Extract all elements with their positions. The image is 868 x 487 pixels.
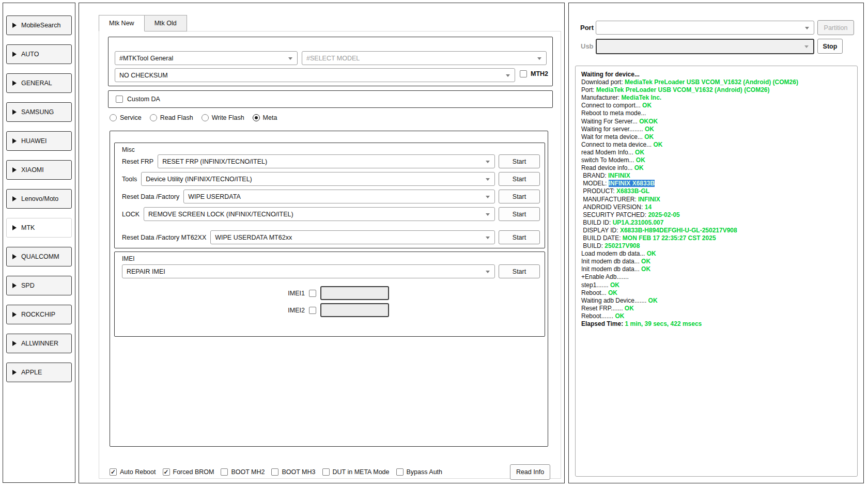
start-button[interactable]: Start bbox=[499, 190, 540, 203]
log-segment: UP1A.231005.007 bbox=[613, 219, 664, 226]
sidebar-item-label: QUALCOMM bbox=[21, 253, 59, 260]
log-line: MODEL: INFINIX X6833B bbox=[581, 180, 851, 187]
option-label: DUT in META Mode bbox=[333, 468, 390, 476]
sidebar-item-qualcomm[interactable]: QUALCOMM bbox=[6, 247, 72, 266]
stop-button[interactable]: Stop bbox=[817, 39, 843, 54]
sidebar-item-samsung[interactable]: SAMSUNG bbox=[6, 102, 72, 122]
misc-row-tools: ToolsDevice Utility (INFINIX/TECNO/ITEL)… bbox=[122, 172, 540, 186]
checksum-select[interactable]: NO CHECKSUM bbox=[115, 68, 515, 82]
boot-mh3-checkbox[interactable] bbox=[271, 468, 278, 476]
model-select-group: #MTKTool General #SELECT MODEL NO CHECKS… bbox=[108, 37, 553, 86]
model-select[interactable]: #SELECT MODEL bbox=[302, 51, 547, 65]
device-log[interactable]: Waiting for device...Download port: Medi… bbox=[575, 66, 858, 477]
misc-row-label: Reset Data /Factory bbox=[122, 193, 179, 200]
mth2-label: MTH2 bbox=[531, 70, 548, 77]
misc-select-reset-frp[interactable]: RESET FRP (INFINIX/TECNO/ITEL) bbox=[158, 154, 495, 168]
imei-field-label: IMEI2 bbox=[285, 307, 305, 314]
radio-read-flash[interactable] bbox=[150, 114, 157, 121]
start-button[interactable]: Start bbox=[499, 230, 540, 244]
dut-in-meta-mode-checkbox[interactable] bbox=[322, 468, 330, 476]
tab-mtk-new[interactable]: Mtk New bbox=[99, 15, 145, 32]
option-auto-reboot[interactable]: Auto Reboot bbox=[110, 468, 156, 476]
mode-option-meta[interactable]: Meta bbox=[253, 114, 277, 121]
log-segment: Reboot to meta mode... bbox=[581, 109, 646, 117]
read-info-button[interactable]: Read Info bbox=[510, 464, 550, 480]
brand-sidebar: MobileSearchAUTOGENERALSAMSUNGHUAWEIXIAO… bbox=[3, 3, 75, 483]
log-segment: OKOK bbox=[639, 118, 658, 125]
auto-reboot-checkbox[interactable] bbox=[110, 468, 117, 476]
log-line: Download port: MediaTek PreLoader USB VC… bbox=[581, 78, 851, 86]
mode-label: Meta bbox=[263, 114, 277, 121]
imei2-checkbox[interactable] bbox=[309, 307, 316, 314]
bypass-auth-checkbox[interactable] bbox=[396, 468, 404, 476]
imei1-input[interactable] bbox=[320, 286, 389, 300]
mode-option-read-flash[interactable]: Read Flash bbox=[150, 114, 193, 121]
sidebar-item-auto[interactable]: AUTO bbox=[6, 44, 72, 64]
mode-option-write-flash[interactable]: Write Flash bbox=[202, 114, 244, 121]
boot-mh2-checkbox[interactable] bbox=[221, 468, 228, 476]
misc-row-reset-frp: Reset FRPRESET FRP (INFINIX/TECNO/ITEL)S… bbox=[122, 154, 540, 168]
log-line: Port: MediaTek PreLoader USB VCOM_V1632 … bbox=[581, 86, 851, 94]
mtk-tool-select[interactable]: #MTKTool General bbox=[115, 51, 298, 65]
imei-field-imei1: IMEI1 bbox=[285, 286, 389, 300]
sidebar-item-spd[interactable]: SPD bbox=[6, 276, 72, 295]
log-segment: Waiting For Server... bbox=[581, 118, 639, 125]
imei1-checkbox[interactable] bbox=[309, 290, 316, 297]
sidebar-item-mobilesearch[interactable]: MobileSearch bbox=[6, 15, 72, 35]
option-forced-brom[interactable]: Forced BROM bbox=[163, 468, 214, 476]
start-button[interactable]: Start bbox=[499, 207, 540, 221]
sidebar-item-general[interactable]: GENERAL bbox=[6, 73, 72, 93]
sidebar-item-label: MobileSearch bbox=[21, 22, 60, 29]
log-segment: OK bbox=[608, 289, 617, 296]
radio-write-flash[interactable] bbox=[202, 114, 209, 121]
misc-select-reset-data-factory-mt62xx-value: WIPE USERDATA MT62xx bbox=[215, 234, 292, 241]
forced-brom-checkbox[interactable] bbox=[163, 468, 170, 476]
mode-radio-group: ServiceRead FlashWrite FlashMeta bbox=[110, 114, 277, 121]
radio-meta[interactable] bbox=[253, 114, 260, 121]
model-select-placeholder: #SELECT MODEL bbox=[306, 55, 360, 62]
log-segment: Reboot... bbox=[581, 289, 608, 296]
option-dut-in-meta-mode[interactable]: DUT in META Mode bbox=[322, 468, 390, 476]
option-bypass-auth[interactable]: Bypass Auth bbox=[396, 468, 443, 476]
misc-select-reset-data-factory-mt62xx[interactable]: WIPE USERDATA MT62xx bbox=[210, 230, 495, 244]
imei-operation-select[interactable]: REPAIR IMEI bbox=[122, 264, 495, 278]
option-boot-mh3[interactable]: BOOT MH3 bbox=[271, 468, 315, 476]
log-segment: INFINIX X6833B bbox=[609, 180, 655, 187]
start-button[interactable]: Start bbox=[499, 172, 540, 186]
sidebar-item-mtk[interactable]: MTK bbox=[6, 218, 72, 238]
play-icon bbox=[12, 341, 17, 346]
option-boot-mh2[interactable]: BOOT MH2 bbox=[221, 468, 265, 476]
misc-select-lock[interactable]: REMOVE SCREEN LOCK (INFINIX/TECNO/ITEL) bbox=[144, 207, 495, 221]
play-icon bbox=[12, 196, 17, 201]
sidebar-item-huawei[interactable]: HUAWEI bbox=[6, 131, 72, 151]
radio-service[interactable] bbox=[110, 114, 117, 121]
custom-da-checkbox[interactable] bbox=[116, 96, 123, 103]
log-segment: OK bbox=[641, 265, 650, 273]
port-select[interactable] bbox=[596, 21, 814, 35]
usb-select bbox=[596, 39, 814, 54]
tab-mtk-old[interactable]: Mtk Old bbox=[144, 15, 187, 32]
log-line: Read device info... OK bbox=[581, 164, 851, 172]
start-button[interactable]: Start bbox=[499, 154, 540, 168]
log-segment: OK bbox=[610, 281, 619, 289]
sidebar-item-rockchip[interactable]: ROCKCHIP bbox=[6, 305, 72, 324]
log-line: +Enable Adb....... bbox=[581, 273, 851, 281]
sidebar-item-apple[interactable]: APPLE bbox=[6, 363, 72, 382]
sidebar-item-lenovo-moto[interactable]: Lenovo/Moto bbox=[6, 189, 72, 209]
port-label: Port bbox=[580, 24, 594, 32]
misc-select-reset-data-factory[interactable]: WIPE USERDATA bbox=[183, 190, 495, 203]
imei-start-button[interactable]: Start bbox=[499, 264, 540, 278]
imei-operation-row: REPAIR IMEI Start bbox=[122, 264, 540, 278]
misc-row-label: LOCK bbox=[122, 211, 140, 218]
imei2-input[interactable] bbox=[320, 303, 389, 317]
mth2-checkbox[interactable] bbox=[520, 70, 527, 77]
sidebar-item-allwinner[interactable]: ALLWINNER bbox=[6, 334, 72, 353]
sidebar-item-xiaomi[interactable]: XIAOMI bbox=[6, 160, 72, 180]
log-segment: OK bbox=[615, 312, 624, 320]
log-segment: 1 min, 39 secs, 422 msecs bbox=[625, 320, 702, 327]
mode-option-service[interactable]: Service bbox=[110, 114, 142, 121]
custom-da-label: Custom DA bbox=[127, 96, 160, 103]
option-label: Forced BROM bbox=[173, 468, 214, 476]
chevron-down-icon bbox=[288, 57, 292, 60]
misc-select-tools[interactable]: Device Utility (INFINIX/TECNO/ITEL) bbox=[141, 172, 495, 186]
